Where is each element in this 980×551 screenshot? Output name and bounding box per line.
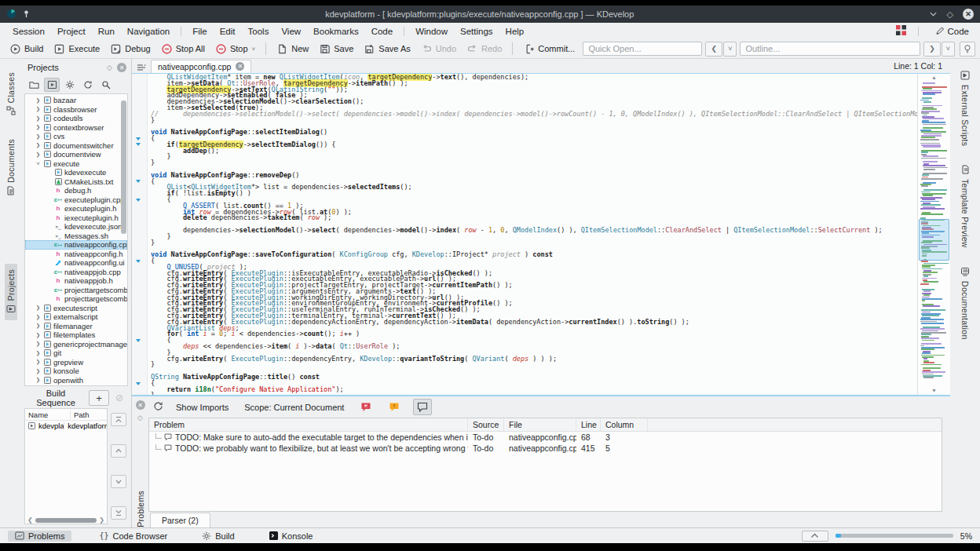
move-down-button[interactable] [111, 475, 126, 488]
fold-arrow-icon[interactable] [136, 382, 141, 385]
fold-arrow-icon[interactable] [136, 180, 141, 183]
quickopen-dropdown-button[interactable]: ˅ [723, 42, 737, 57]
statusbar-problems-button[interactable]: Problems [8, 531, 71, 542]
tab-close-icon[interactable]: ✕ [236, 62, 244, 71]
code-view[interactable]: QListWidgetItem* item = new QListWidgetI… [148, 74, 917, 395]
expander-collapsed-icon[interactable]: ❯ [35, 350, 41, 356]
menu-window[interactable]: Window [409, 25, 454, 38]
tree-item-projecttargetscomb-[interactable]: c++projecttargetscomb... [25, 286, 127, 295]
stop-button[interactable]: Stop˅ [210, 42, 260, 57]
lightbulb-button[interactable] [960, 42, 975, 57]
bs-column-name[interactable]: Name [25, 411, 71, 419]
scope-button[interactable]: Scope: Current Document [241, 401, 347, 414]
reparse-icon[interactable] [153, 401, 163, 413]
tree-item-nativeappjob-cpp[interactable]: c++nativeappjob.cpp [25, 268, 127, 277]
outline-input[interactable] [740, 42, 920, 56]
fold-arrow-icon[interactable] [136, 199, 141, 202]
tree-item-kdevexecute[interactable]: kdevexecute [25, 168, 127, 177]
show-imports-button[interactable]: Show Imports [173, 401, 232, 414]
statusbar-build-button[interactable]: Build [195, 531, 241, 542]
tree-item-nativeappconfig-h[interactable]: hnativeappconfig.h [25, 250, 127, 259]
new-button[interactable]: New [272, 42, 313, 57]
sidebar-item-external-scripts[interactable]: External Scripts [959, 65, 971, 151]
tree-scrollbar[interactable] [121, 100, 126, 234]
menu-settings[interactable]: Settings [454, 25, 499, 38]
sidebar-item-template-preview[interactable]: Template Preview [959, 159, 971, 254]
menu-run[interactable]: Run [92, 25, 121, 38]
expander-collapsed-icon[interactable]: ❯ [35, 106, 41, 112]
sidebar-item-classes[interactable]: Classes [5, 67, 17, 122]
minimap-body[interactable] [918, 82, 950, 387]
tree-item-git[interactable]: ❯git [25, 348, 127, 358]
problem-row[interactable]: TODO: we probably want to flexibilize, b… [149, 443, 942, 454]
maximize-button[interactable]: ◇ [947, 10, 953, 19]
document-list-icon[interactable] [134, 61, 148, 73]
build-button[interactable]: Build [5, 42, 48, 57]
expander-collapsed-icon[interactable]: ❯ [35, 133, 41, 140]
stop-all-button[interactable]: Stop All [156, 42, 210, 57]
editor-gutter[interactable] [132, 74, 148, 395]
expander-collapsed-icon[interactable]: ❯ [35, 142, 41, 148]
statusbar-konsole-button[interactable]: Konsole [262, 531, 320, 542]
sidebar-item-projects[interactable]: Projects [5, 264, 17, 319]
minimap-viewport[interactable] [919, 219, 949, 261]
close-panel-icon[interactable]: ✕ [117, 63, 126, 72]
expander-collapsed-icon[interactable]: ❯ [35, 115, 41, 122]
tree-item-codeutils[interactable]: ❯codeutils [25, 114, 127, 123]
debug-button[interactable]: Debug [105, 42, 155, 57]
code-area-button[interactable]: Code [931, 25, 975, 38]
quick-open-input[interactable] [583, 42, 702, 56]
problem-row[interactable]: TODO: Make sure to auto-add the executab… [149, 432, 942, 443]
tree-item-grepview[interactable]: ❯grepview [25, 358, 127, 367]
tree-item-iexecuteplugin-h[interactable]: hiexecuteplugin.h [25, 213, 127, 223]
filter-gear-icon[interactable] [98, 78, 114, 92]
problems-float-icon[interactable]: ◇ [137, 414, 143, 421]
bs-horizontal-scrollbar[interactable]: ❮❯ [25, 515, 107, 524]
problems-close-icon[interactable]: ✕ [136, 400, 145, 410]
expander-collapsed-icon[interactable]: ❯ [35, 359, 41, 365]
minimap-down-arrow[interactable]: ▼ [918, 387, 950, 395]
tab-nativeappconfig[interactable]: nativeappconfig.cpp ✕ [151, 60, 251, 73]
tree-item-filetemplates[interactable]: ❯filetemplates [25, 330, 127, 340]
menu-help[interactable]: Help [499, 25, 531, 38]
expand-progress-button[interactable] [802, 531, 828, 542]
undo-button[interactable]: Undo [416, 42, 461, 57]
fold-arrow-icon[interactable] [136, 143, 141, 146]
menu-code[interactable]: Code [365, 25, 400, 38]
tree-item-konsole[interactable]: ❯konsole [25, 367, 127, 376]
errors-filter-icon[interactable] [357, 399, 375, 415]
menu-view[interactable]: View [275, 25, 307, 38]
remove-build-item-button[interactable]: ⊘ [112, 391, 126, 405]
build-selection-icon[interactable] [44, 78, 60, 92]
tree-item-externalscript[interactable]: ❯externalscript [25, 312, 127, 322]
float-panel-icon[interactable]: ◇ [107, 64, 112, 71]
col-source[interactable]: Source [468, 418, 504, 431]
move-up-button[interactable] [111, 444, 126, 458]
tree-item-nativeappconfig-ui[interactable]: nativeappconfig.ui [25, 258, 127, 268]
sidebar-item-documents[interactable]: Documents [5, 133, 17, 203]
add-build-item-button[interactable]: + [89, 390, 109, 406]
tree-item-openwith[interactable]: ❯openwith [25, 376, 127, 385]
move-bottom-button[interactable] [111, 506, 126, 520]
tree-item-filemanager[interactable]: ❯filemanager [25, 322, 127, 331]
minimap-up-arrow[interactable]: ▲ [918, 74, 950, 82]
parser-tab[interactable]: Parser (2) [150, 513, 210, 527]
tree-item-cvs[interactable]: ❯cvs [25, 132, 127, 141]
outline-dropdown-button[interactable]: ˅ [942, 42, 955, 57]
tree-item-cmakelists-txt[interactable]: CMakeLists.txt [25, 177, 127, 187]
tree-item-bazaar[interactable]: ❯bazaar [25, 96, 127, 105]
tree-item-nativeappconfig-cpp[interactable]: c++nativeappconfig.cpp [25, 240, 127, 250]
menu-session[interactable]: Session [6, 25, 51, 38]
expander-collapsed-icon[interactable]: ❯ [35, 314, 41, 320]
expander-collapsed-icon[interactable]: ❯ [35, 305, 41, 311]
outline-next-button[interactable]: ❯ [923, 42, 941, 57]
expander-expanded-icon[interactable]: ˅ [35, 160, 41, 167]
reload-gear-icon[interactable] [80, 78, 96, 92]
menu-project[interactable]: Project [51, 25, 92, 38]
build-sequence-row[interactable]: kdevplatf... kdevplatform [25, 421, 107, 431]
col-problem[interactable]: Problem [149, 418, 468, 431]
hints-filter-icon[interactable] [413, 399, 432, 415]
statusbar-code-browser-button[interactable]: {}Code Browser [92, 531, 174, 542]
close-button[interactable]: ✕ [963, 9, 974, 20]
tree-item-execute[interactable]: ˅execute [25, 159, 127, 169]
